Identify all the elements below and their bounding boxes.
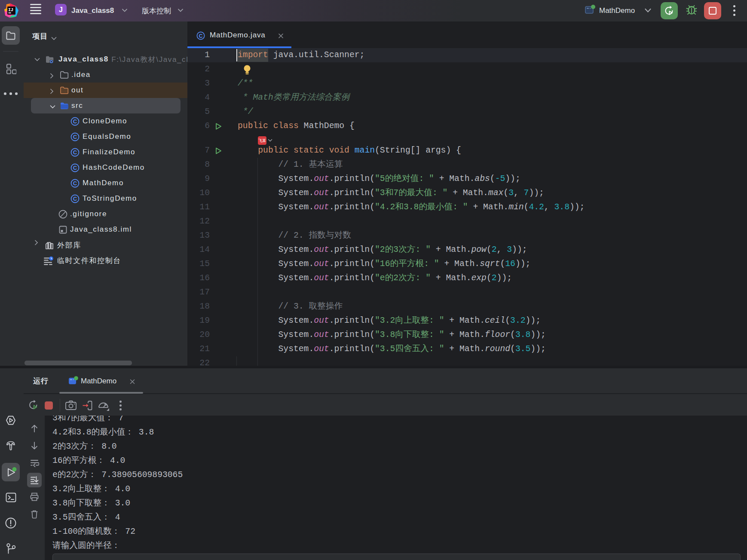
svg-text:C: C — [73, 196, 77, 202]
svg-text:C: C — [73, 134, 77, 140]
svg-text:C: C — [199, 33, 202, 39]
svg-text:C: C — [73, 118, 77, 125]
svg-text:C: C — [73, 180, 77, 187]
svg-text:IJ: IJ — [8, 8, 13, 12]
svg-text:C: C — [73, 149, 77, 156]
svg-text:C: C — [73, 165, 77, 171]
